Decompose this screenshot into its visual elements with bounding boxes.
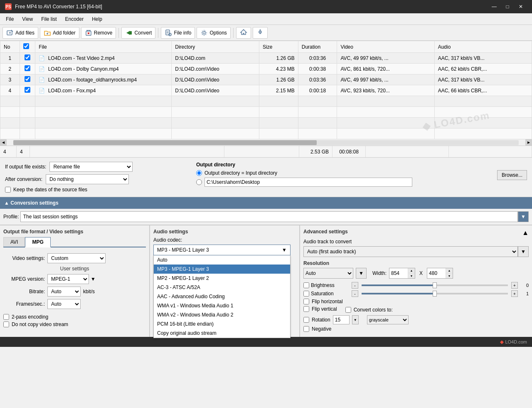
brightness-minus[interactable]: -	[352, 282, 358, 289]
scroll-track[interactable]	[13, 140, 519, 145]
brightness-plus[interactable]: +	[511, 282, 518, 289]
rotation-label: Rotation	[312, 317, 330, 323]
brightness-thumb[interactable]	[433, 282, 437, 288]
menu-encoder[interactable]: Encoder	[61, 15, 88, 24]
output-dir-radio-1[interactable]	[196, 170, 202, 176]
select-all-checkbox[interactable]	[23, 43, 29, 49]
browse-button[interactable]: Browse...	[497, 170, 527, 180]
adv-scroll-up-icon[interactable]: ▲	[522, 229, 529, 237]
bitrate-select[interactable]: Auto 64 128 256 512	[47, 287, 81, 297]
audio-option-ac3[interactable]: AC-3 - ATSC A/52A	[154, 283, 290, 292]
remove-button[interactable]: Remove	[81, 27, 116, 39]
brightness-checkbox[interactable]	[303, 282, 309, 288]
negative-checkbox[interactable]	[303, 326, 309, 332]
height-down[interactable]: ▼	[446, 273, 453, 278]
tab-avi[interactable]: AVI	[3, 237, 25, 247]
audio-option-pcm[interactable]: PCM 16-bit (Little endian)	[154, 319, 290, 329]
saturation-checkbox[interactable]	[303, 291, 309, 297]
table-row[interactable]: 2 📄 LO4D.com - Dolby Canyon.mp4 D:\LO4D.…	[0, 64, 532, 74]
file-info-label: File info	[174, 30, 191, 36]
convert-colors-checkbox[interactable]	[345, 307, 351, 313]
two-pass-checkbox[interactable]	[3, 314, 9, 320]
audio-option-mp3[interactable]: MP3 - MPEG-1 Layer 3	[154, 265, 290, 274]
tab-mpg[interactable]: MPG	[25, 237, 50, 247]
mpeg-version-arrow: ▼	[91, 276, 96, 282]
row-checkbox[interactable]	[25, 76, 30, 82]
menu-file[interactable]: File	[2, 15, 18, 24]
height-input[interactable]	[427, 268, 446, 278]
audio-option-copy[interactable]: Copy original audio stream	[154, 329, 290, 338]
output-dir-radio-2[interactable]	[196, 179, 202, 185]
rotation-dropdown-btn[interactable]: ▼	[352, 315, 359, 324]
if-exists-select[interactable]: Rename file Overwrite Skip	[49, 162, 133, 172]
saturation-thumb[interactable]	[433, 291, 437, 297]
frames-select[interactable]: Auto 24 25 30	[47, 299, 81, 309]
after-conv-select[interactable]: Do nothing Shutdown Standby	[46, 174, 129, 184]
audio-settings-panel: Audio settings Audio codec: MP3 - MPEG-1…	[150, 225, 300, 337]
audio-option-aac[interactable]: AAC - Advanced Audio Coding	[154, 292, 290, 301]
table-row[interactable]: 3 📄 LO4D.com - footage_oldharryrocks.mp4…	[0, 74, 532, 85]
home-button[interactable]	[236, 27, 251, 39]
conv-header-title: ▲ Conversion settings	[4, 200, 59, 206]
width-down[interactable]: ▼	[408, 273, 415, 278]
maximize-button[interactable]: □	[501, 2, 514, 11]
row-checkbox[interactable]	[25, 54, 30, 60]
add-files-button[interactable]: Add files	[2, 27, 38, 39]
audio-track-select[interactable]: Auto (first audio track) Track 1 Track 2	[303, 246, 518, 257]
output-dir-input[interactable]	[204, 178, 412, 187]
footer-logo: ◆ LO4D.com	[500, 339, 527, 345]
profile-dropdown-arrow[interactable]: ▼	[518, 211, 529, 222]
options-button[interactable]: Options	[197, 27, 230, 39]
add-folder-button[interactable]: Add folder	[40, 27, 79, 39]
scroll-right-arrow[interactable]: ▶	[525, 139, 532, 146]
menu-bar: File View File list Encoder Help	[0, 13, 532, 25]
saturation-minus[interactable]: -	[352, 290, 358, 297]
brightness-track[interactable]	[362, 284, 508, 286]
resolution-select[interactable]: Auto 720x480 1280x720 1920x1080	[303, 268, 353, 279]
scroll-left-arrow[interactable]: ◀	[0, 139, 7, 146]
audio-option-auto[interactable]: Auto	[154, 255, 290, 265]
audio-codec-selected[interactable]: MP3 - MPEG-1 Layer 3 ▼	[153, 245, 291, 255]
menu-filelist[interactable]: File list	[37, 15, 61, 24]
rotation-input[interactable]	[333, 315, 350, 324]
saturation-track[interactable]	[362, 293, 508, 294]
resolution-arrow[interactable]: ▼	[356, 268, 367, 279]
flip-colors-row: Flip vertical Convert colors to:	[303, 306, 529, 314]
horizontal-scrollbar[interactable]: ◀ ▶	[0, 139, 532, 146]
audio-option-mp2[interactable]: MP2 - MPEG-1 Layer 2	[154, 274, 290, 283]
saturation-plus[interactable]: +	[511, 290, 518, 297]
table-row[interactable]: 1 📄 LO4D.com - Test Video 2.mp4 D:\LO4D.…	[0, 53, 532, 64]
height-up[interactable]: ▲	[446, 268, 453, 273]
scroll-thumb[interactable]	[13, 140, 317, 145]
audio-option-wma2[interactable]: WMA v2 - Windows Media Audio 2	[154, 310, 290, 319]
width-input[interactable]	[389, 268, 408, 278]
width-up[interactable]: ▲	[408, 268, 415, 273]
menu-view[interactable]: View	[18, 15, 37, 24]
audio-track-dropdown-arrow[interactable]: ▼	[518, 246, 529, 257]
flip-vertical-checkbox[interactable]	[303, 306, 309, 312]
menu-help[interactable]: Help	[88, 15, 106, 24]
svg-point-20	[203, 32, 205, 34]
output-settings: If output file exists: Rename file Overw…	[0, 158, 532, 197]
convert-button[interactable]: Convert	[121, 27, 155, 39]
brightness-fill	[362, 284, 435, 286]
row-checkbox[interactable]	[25, 87, 30, 93]
pin-button[interactable]	[253, 27, 268, 39]
flip-horizontal-checkbox[interactable]	[303, 299, 309, 304]
close-button[interactable]: ✕	[515, 2, 527, 11]
profile-input[interactable]	[20, 211, 518, 222]
audio-option-wma1[interactable]: WMA v1 - Windows Media Audio 1	[154, 301, 290, 310]
if-exists-label: If output file exists:	[5, 164, 46, 170]
dont-copy-video-checkbox[interactable]	[3, 321, 9, 327]
video-settings-select[interactable]: Custom Default High quality	[47, 253, 106, 263]
table-row[interactable]: 4 📄 LO4D.com - Fox.mp4 D:\LO4D.com\Video…	[0, 85, 532, 96]
row-checkbox[interactable]	[25, 65, 30, 71]
minimize-button[interactable]: —	[488, 2, 500, 11]
colors-select[interactable]: grayscale sepia	[367, 315, 409, 324]
audio-codec-dropdown[interactable]: MP3 - MPEG-1 Layer 3 ▼ Auto MP3 - MPEG-1…	[153, 245, 291, 255]
keep-dates-checkbox[interactable]	[5, 187, 11, 193]
rotation-checkbox[interactable]	[303, 317, 309, 323]
mpeg-version-select[interactable]: MPEG-1 MPEG-2	[47, 274, 89, 284]
home-icon	[240, 28, 247, 37]
file-info-button[interactable]: i File info	[161, 27, 195, 39]
